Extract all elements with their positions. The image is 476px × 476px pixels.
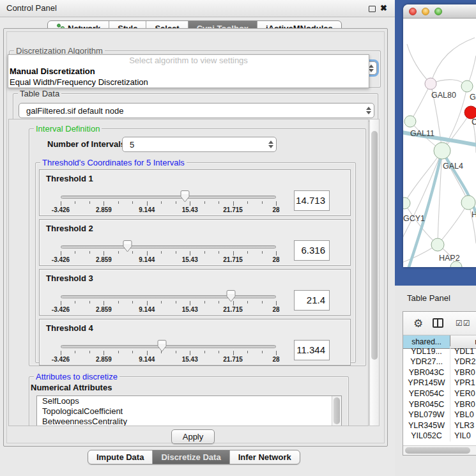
tick-label: 15.43 (182, 306, 198, 313)
algorithm-option-equal-width[interactable]: Equal Width/Frequency Discretization (8, 77, 369, 88)
attribute-list-item[interactable]: TopologicalCoefficient (37, 406, 341, 417)
cell-shared-name: YBR043C (403, 367, 450, 378)
select-columns-icon[interactable]: ☑☑ (456, 319, 471, 328)
cell-shared-name: YDR27... (403, 357, 450, 367)
attribute-list-item[interactable]: SelfLoops (37, 396, 341, 406)
table-row[interactable]: YIL052CYIL0 (403, 431, 476, 441)
table-row[interactable]: YBR045CYBR0 (403, 399, 476, 410)
slider-track[interactable] (61, 245, 276, 249)
network-canvas[interactable]: GAL80GACGAL11GAL4GCY1HHAP2 (403, 19, 476, 267)
panel-scrollbar[interactable] (369, 119, 380, 426)
table-row[interactable]: YLR345WYLR3 (403, 420, 476, 431)
network-edge[interactable] (410, 84, 431, 121)
cell-shared-name: YIL052C (403, 431, 450, 441)
table-row[interactable]: YER054CYER0 (403, 388, 476, 399)
slider-thumb[interactable] (157, 340, 167, 352)
network-node[interactable] (461, 81, 473, 92)
slider-thumb[interactable] (226, 290, 236, 302)
table-row[interactable]: YBL079WYBL0 (403, 410, 476, 420)
attributes-scrollbar-thumb[interactable] (334, 397, 340, 424)
slider-track[interactable] (61, 295, 276, 298)
network-node[interactable] (403, 197, 410, 209)
close-traffic-light-icon[interactable] (409, 8, 417, 15)
tick-label: 21.715 (223, 206, 243, 213)
network-node[interactable] (425, 78, 436, 89)
tab-discretize-data[interactable]: Discretize Data (152, 450, 229, 464)
table-row[interactable]: YBR043CYBR0 (403, 367, 476, 378)
cell-name: YBR0 (450, 367, 476, 378)
attribute-list-item[interactable]: BetweennessCentrality (37, 417, 341, 426)
table-row[interactable]: YDL19...YDL1 (403, 346, 476, 357)
threshold-value-field[interactable]: 21.4 (294, 290, 330, 311)
table-hscroll-thumb[interactable] (405, 447, 470, 454)
slider-track[interactable] (61, 345, 276, 348)
network-node[interactable] (464, 106, 476, 119)
minimize-traffic-light-icon[interactable] (422, 8, 429, 15)
network-node[interactable] (434, 142, 450, 159)
tab-label: Impute Data (96, 452, 144, 462)
minor-tick (176, 251, 176, 254)
panel-title: Control Panel (6, 0, 57, 17)
threshold-value-field[interactable]: 6.316 (294, 240, 330, 261)
thresholds-group: Threshold's Coordinates for 5 Intervals … (35, 162, 356, 363)
table-header-row: shared...na (403, 335, 476, 346)
network-node[interactable] (431, 238, 444, 251)
close-icon[interactable]: ✖ (380, 3, 387, 13)
network-node[interactable] (404, 116, 416, 127)
attributes-scrollbar[interactable] (332, 396, 341, 426)
gear-icon[interactable]: ⚙ (413, 317, 423, 330)
threshold-label: Threshold 1 (46, 174, 93, 183)
minor-tick (247, 301, 248, 303)
minor-tick (262, 351, 263, 353)
cell-name: YPR1 (450, 378, 476, 388)
algorithm-option-manual[interactable]: Manual Discretization (8, 66, 369, 77)
table-data-combo-value: galFiltered.sif default node (19, 106, 364, 116)
cell-shared-name: YBR045C (403, 399, 450, 410)
slider-thumb[interactable] (123, 240, 132, 252)
tick-label: 21.715 (223, 356, 243, 363)
threshold-value-field[interactable]: 14.713 (294, 190, 330, 211)
network-edge[interactable] (438, 203, 468, 245)
table-row[interactable]: YPR145WYPR1 (403, 378, 476, 388)
algorithm-popup-placeholder: Select algorithm to view settings (8, 55, 369, 66)
attributes-group: Attributes to discretize Numerical Attri… (29, 376, 349, 426)
panel-scrollbar-thumb[interactable] (371, 131, 378, 360)
float-icon[interactable] (369, 6, 376, 12)
table-grid: shared...naYDL19...YDL1YDR27...YDR2YBR04… (403, 335, 476, 441)
major-tick (61, 201, 61, 206)
table-data-combo[interactable]: galFiltered.sif default node (19, 103, 374, 118)
zoom-traffic-light-icon[interactable] (434, 8, 442, 15)
table-horizontal-scrollbar[interactable] (403, 445, 476, 455)
slider-thumb[interactable] (180, 190, 190, 203)
minor-tick (161, 251, 162, 254)
major-tick (276, 251, 277, 256)
number-of-intervals-combo[interactable]: 5 (122, 137, 277, 152)
minor-tick (247, 201, 248, 204)
number-of-intervals-value: 5 (123, 140, 266, 150)
major-tick (190, 251, 190, 256)
combo-stepper-icon (266, 137, 276, 151)
apply-button[interactable]: Apply (171, 429, 215, 444)
major-tick (233, 251, 234, 256)
network-window: GAL80GACGAL11GAL4GCY1HHAP2 (403, 4, 476, 267)
threshold-value-field[interactable]: 11.344 (294, 340, 330, 360)
tab-impute-data[interactable]: Impute Data (88, 450, 152, 464)
table-row[interactable]: YDR27...YDR2 (403, 357, 476, 367)
number-of-intervals-label: Number of Intervals (47, 139, 125, 149)
major-tick (190, 351, 190, 355)
network-edge[interactable] (431, 38, 475, 84)
network-node[interactable] (461, 196, 475, 210)
tab-infer-network[interactable]: Infer Network (229, 450, 300, 464)
network-edge[interactable] (407, 44, 431, 84)
minor-tick (132, 251, 133, 254)
minor-tick (118, 301, 119, 303)
slider-track[interactable] (61, 196, 276, 199)
network-window-titlebar (403, 4, 476, 19)
tick-label: 2.859 (96, 256, 112, 263)
major-tick (190, 201, 190, 206)
numerical-attributes-list[interactable]: SelfLoopsTopologicalCoefficientBetweenne… (36, 395, 342, 426)
table-toolbar: ⚙ ☑☑ (403, 312, 476, 335)
split-columns-icon[interactable] (433, 318, 443, 328)
major-tick (147, 201, 148, 206)
minor-tick (89, 351, 90, 353)
